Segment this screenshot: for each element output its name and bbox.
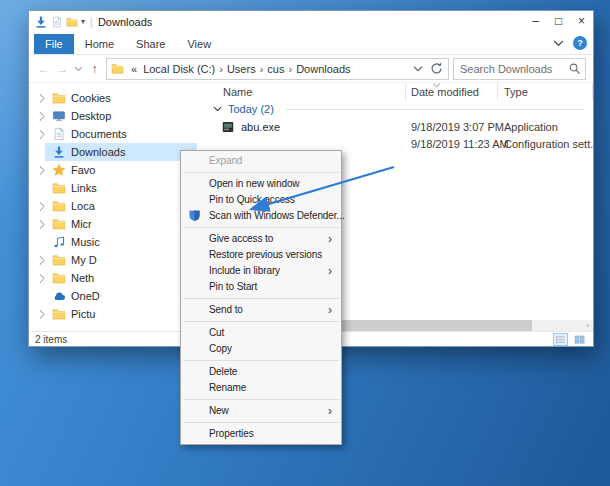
- refresh-icon[interactable]: [429, 61, 444, 76]
- sidebar-item-music[interactable]: Music: [29, 233, 197, 251]
- menu-item-scan-with-windows-defender[interactable]: Scan with Windows Defender...: [181, 208, 341, 224]
- menu-item-label: Send to: [209, 304, 243, 315]
- address-box[interactable]: « Local Disk (C:)›Users›cus›Downloads: [106, 58, 449, 80]
- sidebar-item-oned[interactable]: OneD: [29, 287, 197, 305]
- ribbon-tabs: FileHomeShareView: [34, 34, 222, 54]
- menu-item-include-in-library[interactable]: Include in library›: [181, 263, 341, 279]
- tab-view[interactable]: View: [176, 34, 222, 54]
- sidebar-item-desktop[interactable]: Desktop: [29, 107, 197, 125]
- details-view-icon[interactable]: [553, 333, 568, 346]
- tab-share[interactable]: Share: [125, 34, 176, 54]
- breadcrumb-segment-downloads[interactable]: Downloads: [293, 63, 353, 75]
- menu-separator: [183, 399, 339, 400]
- breadcrumb-segment-cus[interactable]: cus: [264, 63, 287, 75]
- menu-item-pin-to-start[interactable]: Pin to Start: [181, 279, 341, 295]
- sidebar-item-links[interactable]: Links: [29, 179, 197, 197]
- titlebar-divider: |: [90, 16, 93, 28]
- sidebar-item-label: OneD: [71, 290, 100, 302]
- breadcrumb-collapsed[interactable]: «: [128, 63, 140, 75]
- up-button[interactable]: ↑: [87, 62, 102, 76]
- maximize-button[interactable]: □: [547, 11, 570, 32]
- sidebar-item-downloads[interactable]: Downloads: [29, 143, 197, 161]
- menu-item-label: Include in library: [209, 265, 280, 276]
- menu-item-label: Open in new window: [209, 178, 299, 189]
- submenu-arrow-icon: ›: [328, 231, 332, 247]
- sidebar-item-label: Music: [71, 236, 100, 248]
- address-dropdown-icon[interactable]: [413, 66, 423, 72]
- expand-chevron-icon[interactable]: [38, 93, 46, 104]
- group-header-today[interactable]: Today (2): [197, 100, 593, 118]
- folder-icon: [52, 199, 66, 213]
- forward-button[interactable]: →: [55, 62, 70, 76]
- menu-item-new[interactable]: New›: [181, 403, 341, 419]
- breadcrumb-segment-local-disk-c[interactable]: Local Disk (C:): [140, 63, 218, 75]
- expand-ribbon-icon[interactable]: [553, 40, 564, 47]
- scrollbar-thumb[interactable]: [342, 320, 532, 331]
- tab-home[interactable]: Home: [74, 34, 125, 54]
- sidebar-item-pictu[interactable]: Pictu: [29, 305, 197, 323]
- address-folder-icon: [111, 62, 124, 75]
- help-icon[interactable]: ?: [573, 36, 587, 50]
- expand-chevron-icon[interactable]: [38, 165, 46, 176]
- sidebar-item-documents[interactable]: Documents: [29, 125, 197, 143]
- expand-chevron-icon[interactable]: [38, 273, 46, 284]
- menu-item-send-to[interactable]: Send to›: [181, 302, 341, 318]
- menu-item-restore-previous-versions[interactable]: Restore previous versions: [181, 247, 341, 263]
- expand-chevron-icon[interactable]: [38, 309, 46, 320]
- menu-item-open-in-new-window[interactable]: Open in new window: [181, 176, 341, 192]
- sidebar-item-label: Loca: [71, 200, 95, 212]
- column-header-type[interactable]: Type: [498, 83, 593, 100]
- sidebar-item-favo[interactable]: Favo: [29, 161, 197, 179]
- close-button[interactable]: ×: [570, 11, 593, 32]
- scroll-right-icon[interactable]: ›: [582, 320, 593, 331]
- sidebar-item-micr[interactable]: Micr: [29, 215, 197, 233]
- menu-item-label: Scan with Windows Defender...: [209, 210, 345, 221]
- menu-item-rename[interactable]: Rename: [181, 380, 341, 396]
- menu-item-delete[interactable]: Delete: [181, 364, 341, 380]
- items-count: 2 items: [35, 334, 67, 345]
- menu-item-label: New: [209, 405, 229, 416]
- qat-properties-icon[interactable]: [51, 16, 63, 28]
- monitor-icon: [52, 109, 66, 123]
- navigation-pane: CookiesDesktopDocumentsDownloadsFavoLink…: [29, 83, 197, 331]
- column-header-date-modified[interactable]: Date modified: [406, 83, 498, 100]
- file-date-cell: 9/18/2019 11:23 AM: [406, 138, 498, 150]
- sidebar-item-loca[interactable]: Loca: [29, 197, 197, 215]
- window-title: Downloads: [98, 16, 524, 28]
- menu-item-properties[interactable]: Properties: [181, 426, 341, 442]
- menu-item-give-access-to[interactable]: Give access to›: [181, 231, 341, 247]
- back-button[interactable]: ←: [36, 62, 51, 76]
- minimize-button[interactable]: –: [524, 11, 547, 32]
- menu-item-cut[interactable]: Cut: [181, 325, 341, 341]
- music-note-icon: [52, 235, 66, 249]
- group-collapse-icon[interactable]: [213, 106, 222, 112]
- star-icon: [52, 163, 66, 177]
- qat-customize-icon[interactable]: ▾: [81, 17, 85, 26]
- expand-chevron-icon[interactable]: [38, 201, 46, 212]
- expand-chevron-icon[interactable]: [38, 219, 46, 230]
- sidebar-item-neth[interactable]: Neth: [29, 269, 197, 287]
- menu-item-label: Cut: [209, 327, 224, 338]
- recent-locations-icon[interactable]: [74, 66, 83, 72]
- expand-chevron-icon[interactable]: [38, 129, 46, 140]
- search-input[interactable]: [458, 62, 568, 76]
- sidebar-item-my-d[interactable]: My D: [29, 251, 197, 269]
- expand-chevron-icon: [38, 291, 46, 302]
- expand-chevron-icon: [38, 237, 46, 248]
- file-row-abu-exe[interactable]: abu.exe9/18/2019 3:07 PMApplication: [197, 118, 593, 135]
- menu-item-pin-to-quick-access[interactable]: Pin to Quick access: [181, 192, 341, 208]
- search-icon[interactable]: [568, 62, 581, 75]
- column-header-name[interactable]: Name: [197, 83, 406, 100]
- tab-file[interactable]: File: [34, 34, 74, 54]
- thumbnails-view-icon[interactable]: [572, 333, 587, 346]
- sort-indicator-icon: [432, 83, 441, 88]
- qat-new-folder-icon[interactable]: [66, 16, 78, 28]
- expand-chevron-icon: [38, 183, 46, 194]
- menu-item-label: Pin to Start: [209, 281, 257, 292]
- defender-shield-icon: [188, 209, 201, 222]
- expand-chevron-icon[interactable]: [38, 255, 46, 266]
- expand-chevron-icon[interactable]: [38, 111, 46, 122]
- breadcrumb-segment-users[interactable]: Users: [224, 63, 259, 75]
- sidebar-item-cookies[interactable]: Cookies: [29, 89, 197, 107]
- menu-item-copy[interactable]: Copy: [181, 341, 341, 357]
